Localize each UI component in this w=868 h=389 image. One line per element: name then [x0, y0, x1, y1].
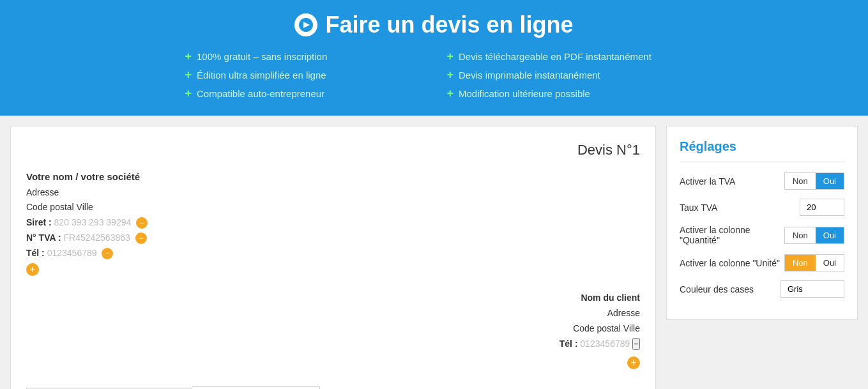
plus-icon-6: + — [447, 87, 454, 100]
feature-item-1: + 100% gratuit – sans inscription — [185, 50, 422, 63]
taux-tva-input[interactable] — [800, 199, 844, 216]
sender-info: Votre nom / votre société Adresse Code p… — [26, 169, 640, 278]
plus-icon-2: + — [185, 68, 192, 82]
tva-toggle-label: Activer la TVA — [680, 176, 735, 187]
sender-city[interactable]: Code postal Ville — [26, 200, 640, 215]
couleur-input[interactable] — [780, 280, 844, 298]
feature-item-5: + Devis imprimable instantanément — [447, 68, 683, 82]
client-tel-row: Tél : 0123456789 − — [26, 337, 640, 352]
unite-oui-button[interactable]: Oui — [816, 255, 844, 271]
company-name[interactable]: Votre nom / votre société — [26, 169, 640, 185]
plus-icon-1: + — [185, 50, 192, 63]
client-add-field-button[interactable]: + — [627, 356, 640, 369]
tel-remove-button[interactable]: − — [102, 248, 113, 259]
arrow-circle-icon — [294, 13, 317, 36]
tva-toggle-row: Activer la TVA Non Oui — [680, 172, 844, 190]
client-address[interactable]: Adresse — [26, 306, 640, 321]
siret-label: Siret : — [26, 217, 52, 227]
tva-remove-button[interactable]: − — [135, 233, 147, 244]
tva-toggle-group: Non Oui — [784, 172, 844, 190]
features-list: + 100% gratuit – sans inscription + Devi… — [185, 50, 683, 100]
client-tel-label: Tél : — [560, 339, 578, 349]
couleur-label: Couleur des cases — [680, 284, 754, 294]
sender-add-field-button[interactable]: + — [26, 263, 39, 276]
siret-remove-button[interactable]: − — [136, 217, 148, 229]
feature-item-3: + Compatible auto-entrepreneur — [185, 87, 422, 100]
quantite-non-button[interactable]: Non — [785, 227, 816, 243]
plus-icon-3: + — [185, 87, 192, 100]
tva-label: N° TVA : — [26, 233, 61, 243]
feature-item-4: + Devis téléchargeable en PDF instantané… — [447, 50, 683, 63]
feature-item-6: + Modification ultérieure possible — [447, 87, 683, 100]
taux-tva-label: Taux TVA — [680, 202, 717, 213]
quantite-oui-button[interactable]: Oui — [816, 227, 844, 243]
tva-non-button[interactable]: Non — [785, 173, 816, 189]
taux-tva-row: Taux TVA — [680, 199, 844, 216]
sender-siret-row: Siret : 820 393 293 39294 − — [26, 215, 640, 231]
couleur-row: Couleur des cases — [680, 280, 844, 298]
main-content: Devis N°1 Votre nom / votre société Adre… — [0, 116, 868, 389]
settings-divider — [680, 162, 844, 162]
tva-oui-button[interactable]: Oui — [816, 173, 844, 189]
page-title: Faire un devis en ligne — [26, 11, 842, 38]
plus-icon-5: + — [447, 68, 454, 82]
page-header: Faire un devis en ligne + 100% gratuit –… — [0, 0, 868, 116]
devis-number: Devis N°1 — [26, 142, 640, 158]
date-row: Date du devis 25/11/2019 − + — [26, 386, 640, 389]
client-tel-remove-button[interactable]: − — [632, 338, 640, 350]
tel-value[interactable]: 0123456789 — [47, 248, 97, 258]
client-tel-value[interactable]: 0123456789 — [580, 339, 630, 349]
tva-value[interactable]: FR45242563863 — [63, 233, 130, 243]
plus-icon-4: + — [447, 50, 454, 63]
client-info: Nom du client Adresse Code postal Ville … — [26, 291, 640, 371]
unite-toggle-row: Activer la colonne "Unité" Non Oui — [680, 254, 844, 271]
tel-label: Tél : — [26, 248, 45, 258]
document-area: Devis N°1 Votre nom / votre société Adre… — [10, 126, 656, 389]
client-name[interactable]: Nom du client — [26, 291, 640, 306]
client-city[interactable]: Code postal Ville — [26, 321, 640, 337]
quantite-toggle-row: Activer la colonne "Quantité" Non Oui — [680, 225, 844, 245]
sender-address[interactable]: Adresse — [26, 185, 640, 201]
siret-value[interactable]: 820 393 293 39294 — [54, 217, 132, 227]
quantite-toggle-group: Non Oui — [784, 227, 844, 244]
quantite-toggle-label: Activer la colonne "Quantité" — [680, 225, 784, 245]
sender-tel-row: Tél : 0123456789 − — [26, 246, 640, 261]
feature-item-2: + Édition ultra simplifiée en ligne — [185, 68, 422, 82]
unite-toggle-group: Non Oui — [784, 254, 844, 271]
settings-panel: Réglages Activer la TVA Non Oui Taux TVA… — [666, 126, 858, 320]
unite-toggle-label: Activer la colonne "Unité" — [680, 258, 780, 268]
sender-tva-row: N° TVA : FR45242563863 − — [26, 231, 640, 246]
date-value: 25/11/2019 − — [192, 386, 320, 389]
unite-non-button[interactable]: Non — [785, 255, 816, 271]
settings-title: Réglages — [680, 139, 844, 154]
